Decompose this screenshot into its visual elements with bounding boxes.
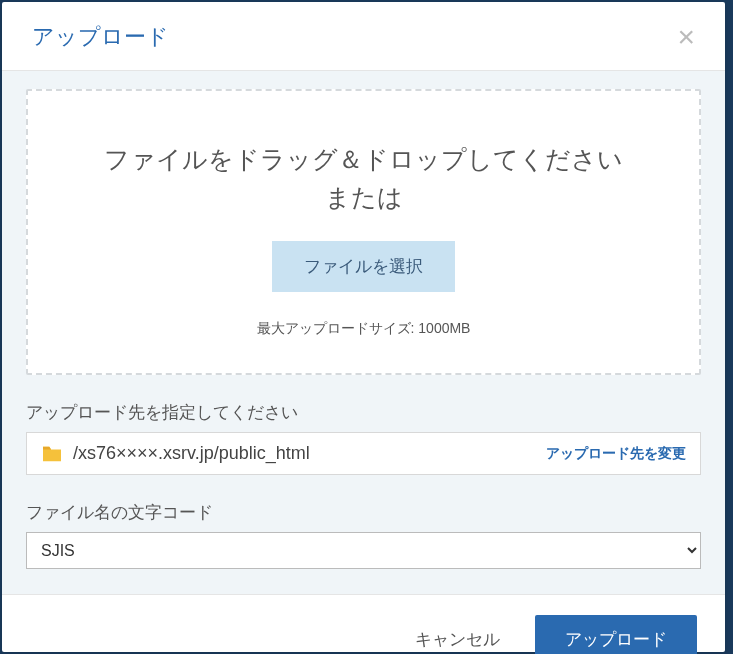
encoding-label: ファイル名の文字コード bbox=[26, 501, 701, 524]
max-upload-size: 最大アップロードサイズ: 1000MB bbox=[48, 320, 679, 338]
dropzone-instructions: ファイルをドラッグ＆ドロップしてください または bbox=[48, 141, 679, 216]
file-dropzone[interactable]: ファイルをドラッグ＆ドロップしてください または ファイルを選択 最大アップロー… bbox=[26, 89, 701, 375]
dropzone-line1: ファイルをドラッグ＆ドロップしてください bbox=[48, 141, 679, 179]
destination-path-row: /xs76××××.xsrv.jp/public_html アップロード先を変更 bbox=[26, 432, 701, 475]
modal-title: アップロード bbox=[32, 22, 169, 52]
cancel-button[interactable]: キャンセル bbox=[410, 618, 505, 654]
close-button[interactable]: × bbox=[672, 22, 700, 52]
destination-label: アップロード先を指定してください bbox=[26, 401, 701, 424]
modal-body: ファイルをドラッグ＆ドロップしてください または ファイルを選択 最大アップロー… bbox=[2, 71, 725, 594]
upload-submit-button[interactable]: アップロード bbox=[535, 615, 697, 654]
modal-header: アップロード × bbox=[2, 2, 725, 71]
folder-icon bbox=[41, 445, 63, 463]
destination-path: /xs76××××.xsrv.jp/public_html bbox=[73, 443, 546, 464]
dropzone-line2: または bbox=[48, 179, 679, 217]
encoding-select[interactable]: SJIS bbox=[26, 532, 701, 569]
file-select-button[interactable]: ファイルを選択 bbox=[272, 241, 455, 292]
change-destination-link[interactable]: アップロード先を変更 bbox=[546, 445, 686, 463]
modal-footer: キャンセル アップロード bbox=[2, 594, 725, 654]
close-icon: × bbox=[677, 20, 695, 53]
upload-modal: アップロード × ファイルをドラッグ＆ドロップしてください または ファイルを選… bbox=[2, 2, 725, 652]
